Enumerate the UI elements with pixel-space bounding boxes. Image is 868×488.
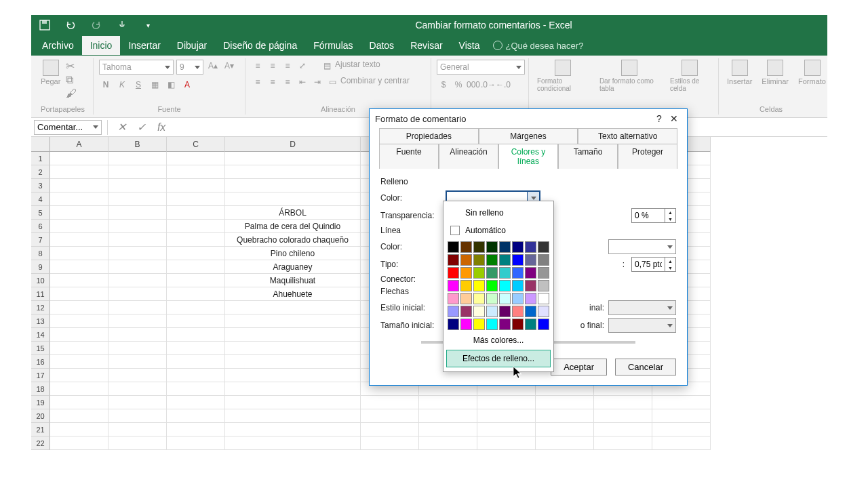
color-swatch[interactable] xyxy=(448,319,459,330)
close-icon[interactable]: ✕ xyxy=(667,113,682,124)
cell[interactable] xyxy=(167,260,225,274)
cell[interactable] xyxy=(167,328,225,342)
cell[interactable]: ÁRBOL xyxy=(225,206,361,220)
transparency-spinner[interactable]: ▲▼ xyxy=(631,208,676,223)
cell[interactable] xyxy=(50,165,108,179)
cell-styles-button[interactable]: Estilos de celda xyxy=(667,60,713,113)
cell[interactable] xyxy=(594,423,652,436)
cell[interactable] xyxy=(225,314,361,328)
cell[interactable] xyxy=(419,409,477,423)
shrink-font-icon[interactable]: A▾ xyxy=(222,60,236,72)
color-swatch[interactable] xyxy=(448,254,459,266)
indent-inc-icon[interactable]: ⇥ xyxy=(311,76,324,88)
color-swatch[interactable] xyxy=(499,267,511,279)
cell[interactable] xyxy=(225,179,361,192)
cell[interactable] xyxy=(50,233,108,247)
cancel-button[interactable]: Cancelar xyxy=(615,359,676,375)
cell[interactable] xyxy=(108,274,167,287)
cell[interactable] xyxy=(225,382,361,396)
color-swatch[interactable] xyxy=(538,306,549,317)
cell[interactable] xyxy=(167,179,225,192)
save-icon[interactable] xyxy=(38,18,52,32)
color-swatch[interactable] xyxy=(499,280,511,291)
italic-button[interactable]: K xyxy=(115,79,129,91)
color-swatch[interactable] xyxy=(473,254,485,266)
color-swatch[interactable] xyxy=(486,306,498,317)
color-swatch[interactable] xyxy=(486,267,498,279)
cell[interactable] xyxy=(50,152,108,165)
currency-icon[interactable]: $ xyxy=(437,79,450,91)
row-header[interactable]: 7 xyxy=(31,233,50,247)
color-swatch[interactable] xyxy=(448,293,459,304)
color-swatch[interactable] xyxy=(448,267,459,279)
tab-fuente[interactable]: Fuente xyxy=(379,144,439,169)
cell[interactable] xyxy=(652,409,711,423)
accept-button[interactable]: Aceptar xyxy=(551,359,607,375)
cell[interactable] xyxy=(50,247,108,260)
align-middle-icon[interactable]: ≡ xyxy=(266,60,279,72)
cell[interactable] xyxy=(167,206,225,220)
color-swatch[interactable] xyxy=(525,319,536,330)
cell[interactable] xyxy=(108,436,167,450)
automatic-option[interactable]: Automático xyxy=(443,222,553,239)
cell[interactable] xyxy=(167,314,225,328)
font-color-icon[interactable]: A xyxy=(180,79,194,91)
cell[interactable] xyxy=(225,355,361,369)
color-swatch[interactable] xyxy=(525,241,536,253)
bold-button[interactable]: N xyxy=(99,79,113,91)
cell[interactable] xyxy=(167,233,225,247)
font-size-combo[interactable]: 9 xyxy=(176,60,203,75)
color-swatch[interactable] xyxy=(538,319,549,330)
row-header[interactable]: 6 xyxy=(31,220,50,233)
cell[interactable] xyxy=(536,423,594,436)
color-swatch[interactable] xyxy=(538,241,549,253)
tab-revisar[interactable]: Revisar xyxy=(402,36,450,55)
row-header[interactable]: 21 xyxy=(31,423,50,436)
color-swatch[interactable] xyxy=(460,241,472,253)
cell[interactable] xyxy=(108,233,167,247)
align-right-icon[interactable]: ≡ xyxy=(281,76,294,88)
format-painter-icon[interactable]: 🖌 xyxy=(66,87,77,100)
cell[interactable] xyxy=(108,382,167,396)
format-table-button[interactable]: Dar formato como tabla xyxy=(597,60,662,113)
cell[interactable] xyxy=(108,165,167,179)
color-swatch[interactable] xyxy=(448,241,459,253)
line-weight-value[interactable] xyxy=(632,258,665,271)
dec-decimal-icon[interactable]: ←.0 xyxy=(496,79,510,91)
row-header[interactable]: 14 xyxy=(31,328,50,342)
orientation-icon[interactable]: ⤢ xyxy=(296,60,309,72)
row-header[interactable]: 4 xyxy=(31,192,50,206)
cell[interactable] xyxy=(50,220,108,233)
wrap-text-button[interactable]: ▤ xyxy=(320,60,334,72)
cut-icon[interactable]: ✂ xyxy=(66,60,77,73)
cell[interactable] xyxy=(50,409,108,423)
cell[interactable] xyxy=(108,328,167,342)
color-swatch[interactable] xyxy=(525,254,536,266)
tab-archivo[interactable]: Archivo xyxy=(34,36,82,55)
spin-up-icon[interactable]: ▲ xyxy=(665,209,675,216)
color-swatch[interactable] xyxy=(473,306,485,317)
spin-down-icon[interactable]: ▼ xyxy=(665,216,675,222)
color-swatch[interactable] xyxy=(525,306,536,317)
color-swatch[interactable] xyxy=(473,241,485,253)
cell[interactable]: Palma de cera del Quindio xyxy=(225,220,361,233)
cell[interactable] xyxy=(50,206,108,220)
color-swatch[interactable] xyxy=(512,306,524,317)
cell[interactable] xyxy=(225,301,361,314)
color-swatch[interactable] xyxy=(512,254,524,266)
tab-alineacion[interactable]: Alineación xyxy=(439,144,498,169)
cell[interactable] xyxy=(108,342,167,355)
indent-dec-icon[interactable]: ⇤ xyxy=(296,76,309,88)
cell[interactable] xyxy=(50,260,108,274)
line-weight-spinner[interactable]: ▲▼ xyxy=(631,257,676,272)
tab-texto-alt[interactable]: Texto alternativo xyxy=(578,128,677,144)
transparency-value[interactable] xyxy=(632,209,665,222)
qat-dropdown-icon[interactable]: ▾ xyxy=(141,18,155,32)
cell[interactable] xyxy=(50,301,108,314)
cell[interactable] xyxy=(50,179,108,192)
cell[interactable] xyxy=(419,423,477,436)
color-swatch[interactable] xyxy=(499,254,511,266)
select-all-corner[interactable] xyxy=(31,137,50,152)
line-style-select[interactable] xyxy=(608,239,676,254)
color-swatch[interactable] xyxy=(473,280,485,291)
